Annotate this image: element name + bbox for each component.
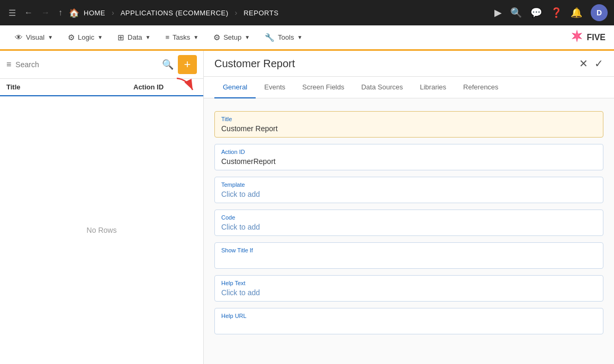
close-button[interactable]: ✕ — [579, 57, 588, 70]
left-panel: ≡ 🔍 + Title Action ID No Rows — [0, 51, 204, 364]
tab-events[interactable]: Events — [256, 77, 294, 98]
confirm-button[interactable]: ✓ — [594, 57, 603, 70]
menu-icon[interactable]: ☰ — [6, 6, 18, 20]
field-title-value: Customer Report — [221, 124, 597, 133]
tools-dropdown-icon: ▼ — [297, 34, 302, 40]
nav-tasks-label: Tasks — [173, 33, 190, 41]
setup-icon: ⚙ — [213, 33, 220, 42]
back-icon[interactable]: ← — [22, 6, 35, 20]
field-help-url[interactable]: Help URL — [214, 308, 603, 334]
reports-link[interactable]: REPORTS — [243, 9, 278, 17]
data-icon: ⊞ — [118, 33, 124, 42]
add-button[interactable]: + — [178, 55, 197, 74]
home-link[interactable]: HOME — [84, 9, 105, 17]
field-help-text-value: Click to add — [221, 288, 597, 297]
tasks-dropdown-icon: ▼ — [193, 34, 198, 40]
five-logo-star — [570, 29, 584, 47]
field-help-text-label: Help Text — [221, 280, 597, 286]
field-template-label: Template — [221, 181, 597, 188]
empty-message: No Rows — [87, 226, 117, 234]
visual-icon: 👁 — [15, 33, 23, 42]
search-bar: ≡ 🔍 + — [0, 51, 203, 79]
field-help-url-label: Help URL — [221, 313, 597, 319]
table-header: Title Action ID — [0, 79, 203, 96]
field-action-id-value: CustomerReport — [221, 157, 597, 166]
nav-visual[interactable]: 👁 Visual ▼ — [8, 30, 59, 45]
nav-logic[interactable]: ⚙ Logic ▼ — [61, 30, 109, 46]
apps-link[interactable]: APPLICATIONS (ECOMMERCE) — [121, 9, 229, 17]
report-header: Customer Report ✕ ✓ — [204, 51, 614, 77]
field-title-label: Title — [221, 116, 597, 122]
top-nav-right: ▶ 🔍 💬 ❓ 🔔 D — [494, 4, 608, 21]
forward-icon[interactable]: → — [39, 6, 52, 20]
nav-tasks[interactable]: ≡ Tasks ▼ — [159, 30, 205, 44]
setup-dropdown-icon: ▼ — [245, 34, 250, 40]
tabs: General Events Screen Fields Data Source… — [204, 77, 614, 98]
up-icon[interactable]: ↑ — [56, 6, 65, 20]
logic-icon: ⚙ — [68, 33, 75, 42]
sep2: › — [235, 8, 238, 17]
play-icon[interactable]: ▶ — [494, 7, 502, 19]
tab-screen-fields[interactable]: Screen Fields — [294, 77, 353, 98]
field-action-id-label: Action ID — [221, 149, 597, 155]
data-dropdown-icon: ▼ — [146, 34, 151, 40]
sep1: › — [112, 8, 114, 17]
nav-tools[interactable]: 🔧 Tools ▼ — [258, 30, 309, 46]
search-nav-icon[interactable]: 🔍 — [510, 7, 522, 19]
tab-references[interactable]: References — [455, 77, 507, 98]
table-body: No Rows — [0, 96, 203, 364]
right-panel: Customer Report ✕ ✓ General Events Scree… — [204, 51, 614, 364]
tab-general[interactable]: General — [214, 77, 256, 98]
field-code[interactable]: Code Click to add — [214, 210, 603, 236]
nav-data[interactable]: ⊞ Data ▼ — [111, 30, 157, 46]
col-title: Title — [6, 83, 133, 91]
nav-setup-label: Setup — [223, 33, 241, 41]
help-icon[interactable]: ❓ — [550, 7, 562, 19]
field-help-url-value — [221, 321, 597, 330]
field-help-text[interactable]: Help Text Click to add — [214, 275, 603, 302]
top-nav: ☰ ← → ↑ 🏠 HOME › APPLICATIONS (ECOMMERCE… — [0, 0, 614, 25]
search-input[interactable] — [15, 60, 158, 69]
field-template-value: Click to add — [221, 190, 597, 198]
second-nav: 👁 Visual ▼ ⚙ Logic ▼ ⊞ Data ▼ ≡ Tasks ▼ … — [0, 25, 614, 51]
chat-icon[interactable]: 💬 — [530, 7, 542, 19]
avatar[interactable]: D — [591, 4, 608, 21]
visual-dropdown-icon: ▼ — [48, 34, 53, 40]
header-actions: ✕ ✓ — [579, 57, 603, 70]
tab-libraries[interactable]: Libraries — [411, 77, 455, 98]
form-area: Title Customer Report Action ID Customer… — [204, 98, 614, 364]
main-layout: ≡ 🔍 + Title Action ID No Rows — [0, 51, 614, 364]
field-show-title-if[interactable]: Show Title If — [214, 242, 603, 269]
five-logo: FIVE — [570, 29, 606, 47]
field-show-title-value — [221, 256, 597, 264]
search-icon[interactable]: 🔍 — [162, 59, 174, 70]
field-code-label: Code — [221, 214, 597, 221]
five-logo-text: FIVE — [586, 33, 606, 42]
field-template[interactable]: Template Click to add — [214, 177, 603, 203]
nav-visual-label: Visual — [26, 33, 44, 41]
logic-dropdown-icon: ▼ — [97, 34, 103, 40]
field-title[interactable]: Title Customer Report — [214, 111, 603, 138]
tasks-icon: ≡ — [165, 33, 169, 41]
nav-setup[interactable]: ⚙ Setup ▼ — [207, 30, 256, 46]
field-code-value: Click to add — [221, 223, 597, 231]
nav-data-label: Data — [128, 33, 142, 41]
report-title: Customer Report — [214, 58, 579, 70]
col-action-id: Action ID — [133, 83, 197, 91]
tools-icon: 🔧 — [265, 33, 275, 42]
field-show-title-label: Show Title If — [221, 247, 597, 253]
bell-icon[interactable]: 🔔 — [571, 7, 582, 19]
nav-logic-label: Logic — [78, 33, 94, 41]
filter-icon[interactable]: ≡ — [6, 60, 11, 69]
nav-tools-label: Tools — [278, 33, 294, 41]
tab-data-sources[interactable]: Data Sources — [353, 77, 411, 98]
field-action-id[interactable]: Action ID CustomerReport — [214, 144, 603, 170]
